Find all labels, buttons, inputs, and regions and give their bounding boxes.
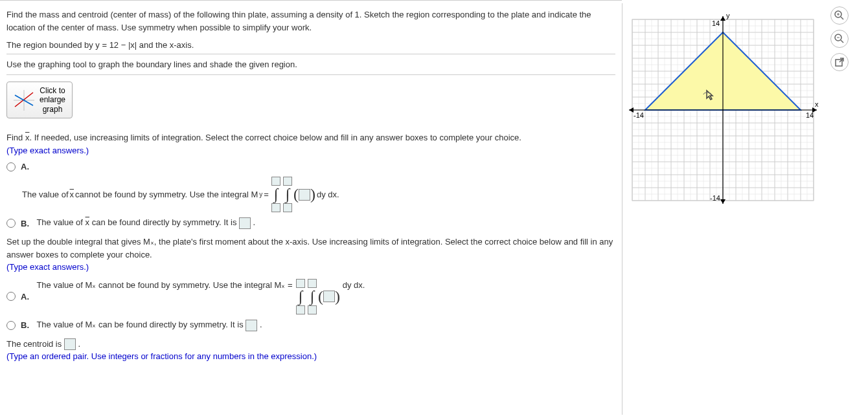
q1-option-a-content: The value of x cannot be found by symmet… (22, 177, 615, 212)
x-axis-label: x (815, 100, 819, 108)
popout-button[interactable] (830, 53, 849, 71)
graph-panel: y x 14 -14 -14 14 (622, 0, 823, 418)
q1-radio-b[interactable] (6, 219, 16, 228)
q1-radio-a[interactable] (6, 162, 16, 171)
svg-marker-66 (720, 199, 725, 204)
zoom-out-button[interactable] (830, 30, 849, 48)
answer-box[interactable] (323, 291, 335, 302)
region-text: The region bounded by y = 12 − |x| and t… (6, 36, 615, 54)
q1-prompt: Find x. If needed, use increasing limits… (6, 131, 615, 157)
q2-option-a[interactable]: A. The value of Mₓ cannot be found by sy… (6, 279, 615, 314)
q1-label-b: B. (21, 219, 29, 228)
q2-option-b[interactable]: B. The value of Mₓ can be found directly… (6, 320, 615, 331)
question-panel: Find the mass and centroid (center of ma… (0, 0, 622, 418)
x-hi-tick: 14 (806, 111, 814, 119)
svg-line-68 (841, 17, 843, 19)
zoom-out-icon (834, 34, 845, 44)
answer-box[interactable] (271, 203, 280, 212)
answer-box[interactable] (308, 279, 317, 288)
answer-box[interactable] (64, 338, 76, 350)
q2-radio-a[interactable] (6, 292, 16, 301)
answer-box[interactable] (283, 203, 292, 212)
y-hi-tick: 14 (712, 19, 720, 27)
answer-box[interactable] (308, 305, 317, 314)
q1-option-a[interactable]: A. (6, 162, 615, 171)
x-lo-tick: -14 (634, 111, 644, 119)
answer-box[interactable] (271, 177, 280, 186)
answer-box[interactable] (283, 177, 292, 186)
q2-option-b-text: The value of Mₓ can be found directly by… (34, 320, 262, 331)
graph-instruction: Use the graphing tool to graph the bound… (6, 54, 615, 75)
svg-line-72 (841, 40, 843, 43)
zoom-in-icon (834, 10, 845, 21)
tools-panel (823, 0, 856, 418)
q2-label-b: B. (21, 320, 29, 330)
answer-box[interactable] (246, 320, 257, 331)
q2-label-a: A. (21, 292, 29, 302)
enlarge-graph-button[interactable]: Click to enlarge graph (6, 82, 73, 118)
coordinate-graph[interactable]: y x 14 -14 -14 14 (626, 6, 820, 214)
q1-option-b[interactable]: B. The value of x can be found directly … (6, 217, 615, 229)
intro-text: Find the mass and centroid (center of ma… (6, 6, 615, 36)
q2-option-a-text: The value of Mₓ cannot be found by symme… (34, 279, 365, 314)
graph-thumbnail-icon (14, 90, 34, 111)
answer-box[interactable] (296, 305, 305, 314)
centroid-question: The centroid is . (Type an ordered pair.… (6, 338, 615, 363)
y-lo-tick: -14 (710, 194, 720, 202)
q2-radio-b[interactable] (6, 321, 16, 330)
q1-option-b-text: The value of x can be found directly by … (34, 217, 255, 229)
q2-prompt: Set up the double integral that gives Mₓ… (6, 236, 615, 274)
answer-box[interactable] (296, 279, 305, 288)
svg-marker-65 (720, 16, 725, 21)
zoom-in-button[interactable] (830, 6, 849, 25)
popout-icon (835, 58, 844, 67)
answer-box[interactable] (239, 217, 251, 229)
graph-button-label: Click to enlarge graph (40, 86, 65, 114)
y-axis-label: y (726, 12, 730, 19)
q1-label-a: A. (21, 162, 29, 171)
answer-box[interactable] (299, 189, 310, 201)
svg-marker-64 (629, 107, 634, 113)
